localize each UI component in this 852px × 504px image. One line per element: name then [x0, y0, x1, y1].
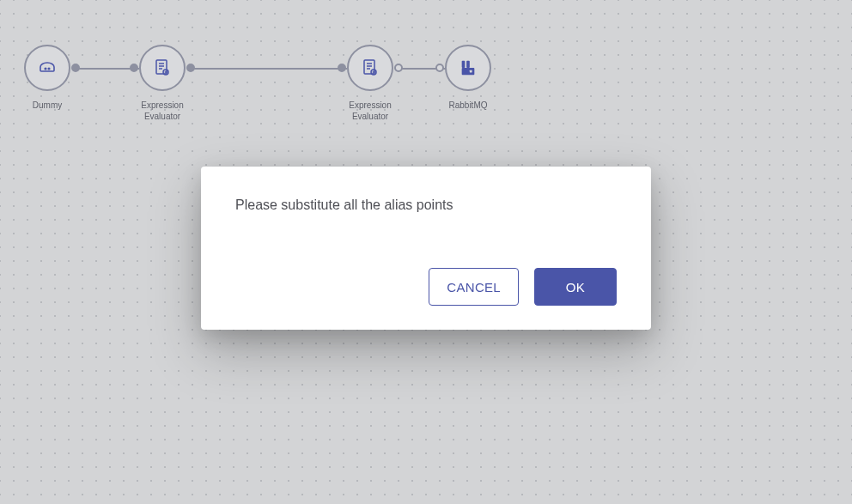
cancel-button[interactable]: CANCEL [429, 268, 519, 306]
ok-button[interactable]: OK [534, 268, 617, 306]
dialog-actions: CANCEL OK [235, 268, 617, 306]
dialog-message: Please substitute all the alias points [235, 197, 617, 213]
alert-dialog: Please substitute all the alias points C… [201, 167, 651, 330]
dialog-overlay: Please substitute all the alias points C… [0, 0, 852, 504]
